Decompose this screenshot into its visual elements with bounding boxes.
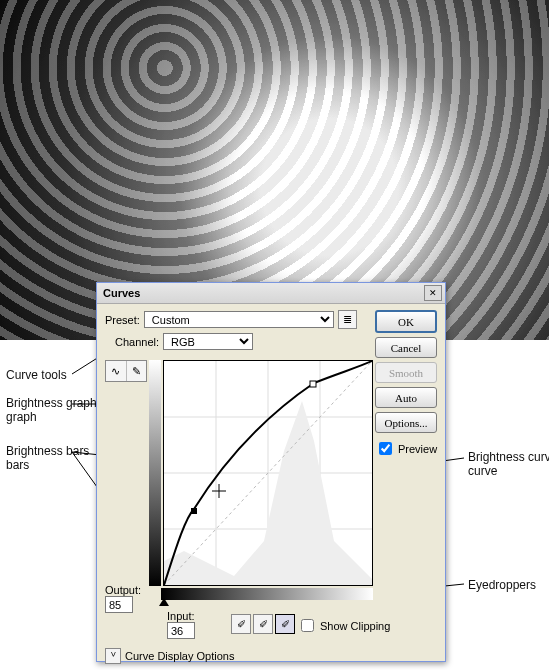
label-brightness-graph2: graph <box>6 410 37 424</box>
titlebar[interactable]: Curves ✕ <box>97 283 445 304</box>
channel-select[interactable]: RGB <box>163 333 253 350</box>
curve-tool-icon[interactable]: ∿ <box>106 361 127 381</box>
vertical-brightness-bar <box>149 360 161 586</box>
preview-checkbox[interactable] <box>379 442 392 455</box>
curves-dialog: Curves ✕ Preset: Custom ≣ Channel: RGB ∿… <box>96 282 446 662</box>
gray-eyedropper-icon[interactable]: ✐ <box>253 614 273 634</box>
eyedroppers: ✐ ✐ ✐ <box>231 614 295 634</box>
label-brightness-curve: Brightness curve <box>468 450 549 464</box>
horizontal-brightness-bar <box>161 588 373 600</box>
channel-label: Channel: <box>115 336 159 348</box>
curve-display-options[interactable]: Curve Display Options <box>125 650 234 662</box>
preset-label: Preset: <box>105 314 140 326</box>
output-field[interactable] <box>105 596 133 613</box>
label-curve-tools: Curve tools <box>6 368 67 382</box>
brightness-graph-area <box>149 360 375 600</box>
dialog-title: Curves <box>97 287 146 299</box>
label-eyedroppers: Eyedroppers <box>468 578 536 592</box>
show-clipping-checkbox[interactable] <box>301 619 314 632</box>
options-button[interactable]: Options... <box>375 412 437 433</box>
preview-label: Preview <box>398 443 437 455</box>
preset-select[interactable]: Custom <box>144 311 334 328</box>
curve-tools: ∿ ✎ <box>105 360 147 382</box>
black-eyedropper-icon[interactable]: ✐ <box>231 614 251 634</box>
label-brightness-curve2: curve <box>468 464 497 478</box>
show-clipping-label: Show Clipping <box>320 620 390 632</box>
black-point-slider[interactable] <box>159 598 169 606</box>
input-field[interactable] <box>167 622 195 639</box>
preset-menu-icon[interactable]: ≣ <box>338 310 357 329</box>
output-label: Output: <box>105 584 141 596</box>
pencil-tool-icon[interactable]: ✎ <box>127 361 147 381</box>
ok-button[interactable]: OK <box>375 310 437 333</box>
white-eyedropper-icon[interactable]: ✐ <box>275 614 295 634</box>
input-label: Input: <box>167 610 195 622</box>
label-brightness-bars2: bars <box>6 458 29 472</box>
brightness-graph[interactable] <box>163 360 373 586</box>
auto-button[interactable]: Auto <box>375 387 437 408</box>
label-brightness-bars: Brightness bars <box>6 444 89 458</box>
cancel-button[interactable]: Cancel <box>375 337 437 358</box>
svg-rect-14 <box>191 508 197 514</box>
label-brightness-graph: Brightness graph <box>6 396 97 410</box>
expand-icon[interactable]: ⱽ <box>105 648 121 664</box>
close-icon[interactable]: ✕ <box>424 285 442 301</box>
svg-rect-13 <box>310 381 316 387</box>
smooth-button: Smooth <box>375 362 437 383</box>
